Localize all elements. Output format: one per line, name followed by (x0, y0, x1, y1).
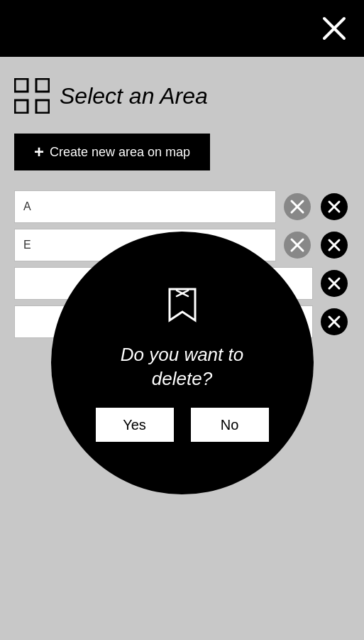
close-button[interactable] (319, 13, 350, 44)
delete-icon-3 (321, 270, 348, 297)
delete-button-3[interactable] (319, 268, 350, 299)
header-section: Select an Area (14, 78, 350, 114)
create-button-label: Create new area on map (50, 145, 190, 160)
svg-rect-5 (36, 100, 49, 113)
bookmark-delete-icon (161, 283, 204, 326)
edit-button-1[interactable] (282, 191, 313, 222)
delete-icon-4 (321, 308, 348, 335)
delete-button-4[interactable] (319, 306, 350, 337)
svg-rect-3 (36, 79, 49, 92)
edit-icon-2 (284, 232, 311, 259)
area-name-input-1[interactable] (14, 190, 276, 223)
list-item (14, 190, 350, 223)
edit-button-2[interactable] (282, 229, 313, 261)
modal-buttons: Yes No (96, 408, 269, 442)
delete-button-2[interactable] (319, 229, 350, 261)
delete-icon-2 (321, 232, 348, 259)
select-area-frame-icon (14, 78, 50, 114)
yes-button[interactable]: Yes (96, 408, 174, 442)
modal-question-text: Do you want to delete? (121, 343, 243, 391)
create-area-button[interactable]: + Create new area on map (14, 134, 210, 170)
page-title: Select an Area (60, 83, 208, 109)
plus-icon: + (34, 143, 44, 161)
delete-confirmation-modal: Do you want to delete? Yes No (51, 232, 314, 494)
delete-icon-1 (321, 193, 348, 220)
edit-icon-1 (284, 193, 311, 220)
top-bar (0, 0, 364, 57)
svg-rect-4 (15, 100, 28, 113)
no-button[interactable]: No (191, 408, 269, 442)
svg-rect-2 (15, 79, 28, 92)
delete-button-1[interactable] (319, 191, 350, 222)
